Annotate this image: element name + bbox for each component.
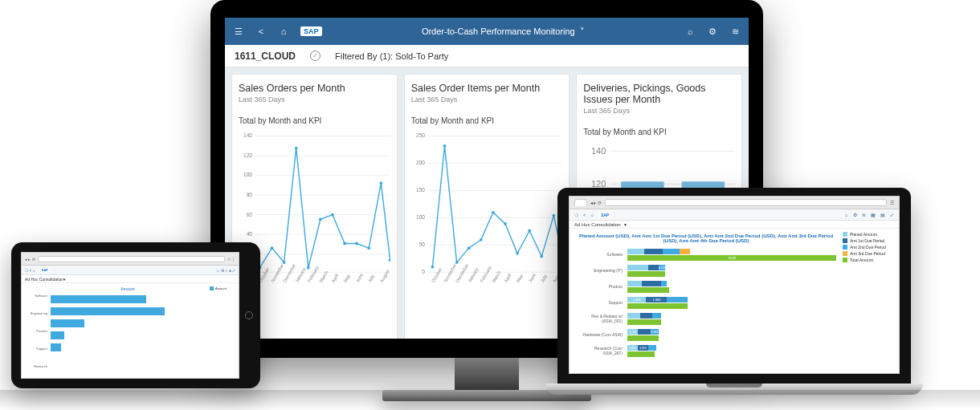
svg-point-54: [455, 261, 458, 264]
filter-bar: 1611_CLOUD ✓ Filtered By (1): Sold-To Pa…: [225, 45, 749, 67]
svg-text:February: February: [479, 265, 492, 283]
card-title: Sales Orders per Month: [239, 83, 390, 94]
card-subtitle: Last 365 Days: [411, 95, 563, 104]
svg-text:May: May: [343, 274, 352, 283]
row-label: Research (Com ASIA_267): [576, 346, 624, 355]
svg-text:April: April: [503, 273, 512, 283]
page-title[interactable]: Order-to-Cash Performance Monitoring: [422, 26, 575, 36]
notifications-icon[interactable]: ≋: [729, 26, 741, 37]
chart-title: Amount: [51, 286, 205, 291]
row-label: Engineering (IT): [576, 268, 624, 273]
chart-title: Planed Amount (USD), Amt Amt 1st Due Per…: [576, 233, 836, 243]
svg-point-27: [389, 258, 390, 262]
svg-text:250: 250: [416, 132, 425, 138]
svg-text:100: 100: [243, 172, 252, 177]
tenant-label: 1611_CLOUD: [235, 51, 296, 62]
row-label: Res & Related w/ (ASIA_001): [576, 314, 624, 323]
svg-text:0: 0: [422, 269, 425, 274]
home-icon[interactable]: ⌂: [278, 26, 289, 36]
svg-text:200: 200: [416, 160, 425, 165]
svg-text:January: January: [294, 267, 306, 284]
svg-point-52: [431, 266, 434, 269]
svg-text:120: 120: [243, 152, 252, 158]
check-icon[interactable]: ✓: [310, 51, 321, 61]
svg-point-22: [331, 213, 334, 217]
filter-summary[interactable]: Filtered By (1): Sold-To Party: [335, 51, 448, 61]
tablet: ◂ ▸ ⟳☆ ⋮ ⚆ < ⌂ SAP ⌕ ⚙ ≋ ▦ ⤢ Ad Hoc Cons…: [11, 242, 260, 388]
breadcrumb: Ad Hoc Consolidation ▾: [22, 275, 239, 283]
browser-chrome: ◂ ▸ ⟳ ☰: [570, 197, 899, 209]
app-toolbar: ⚆ < ⌂ SAP ⌕ ⚙ ≋ ▦ ⤢: [22, 266, 239, 275]
gear-icon[interactable]: ⚙: [853, 212, 857, 217]
sap-logo: SAP: [40, 268, 50, 272]
svg-point-53: [443, 144, 446, 148]
card-subtitle: Last 365 Days: [583, 107, 735, 115]
sap-logo: SAP: [598, 213, 611, 217]
svg-text:100: 100: [416, 214, 425, 220]
svg-point-19: [295, 147, 298, 150]
row-label: Hardware (Com ASIA): [576, 332, 624, 337]
laptop: ◂ ▸ ⟳ ☰ ⚆ <⌂ SAP ⌕ ⚙ ≋▦▤⤢ Ad Hoc Consoli…: [557, 188, 911, 395]
svg-point-18: [283, 261, 286, 264]
horizontal-stacked-chart: Planed Amount (USD), Amt Amt 1st Due Per…: [570, 229, 843, 371]
card-subtitle: Last 365 Days: [239, 95, 390, 104]
svg-text:May: May: [515, 274, 524, 283]
app-header: ☰ < ⌂ SAP Order-to-Cash Performance Moni…: [225, 18, 749, 45]
svg-point-60: [528, 229, 531, 233]
legend: Planed Amount Amt 1st Due Period Amt 2nd…: [843, 229, 899, 371]
sap-logo: SAP: [300, 26, 322, 36]
home-button-icon[interactable]: [245, 311, 253, 319]
svg-text:June: June: [527, 272, 536, 283]
svg-text:40: 40: [247, 231, 253, 237]
card-sales-order-items[interactable]: Sales Order Items per Month Last 365 Day…: [404, 74, 570, 339]
svg-text:July: July: [367, 274, 375, 283]
app-toolbar: ⚆ <⌂ SAP ⌕ ⚙ ≋▦▤⤢: [570, 209, 899, 221]
card-title: Sales Order Items per Month: [411, 83, 563, 94]
svg-text:April: April: [331, 273, 340, 283]
svg-point-26: [379, 181, 382, 185]
chevron-down-icon[interactable]: ˅: [580, 26, 585, 37]
search-icon[interactable]: ⌕: [684, 26, 696, 36]
card-section: Total by Month and KPI: [583, 128, 735, 136]
row-label: Product: [576, 284, 624, 289]
svg-point-55: [467, 246, 470, 250]
tablet-screen: ◂ ▸ ⟳☆ ⋮ ⚆ < ⌂ SAP ⌕ ⚙ ≋ ▦ ⤢ Ad Hoc Cons…: [21, 252, 239, 379]
svg-text:50: 50: [419, 242, 425, 247]
settings-icon[interactable]: ⚙: [707, 26, 718, 37]
browser-tab[interactable]: [574, 199, 587, 206]
address-bar[interactable]: [38, 256, 225, 262]
svg-point-58: [504, 222, 507, 225]
card-section: Total by Month and KPI: [239, 116, 390, 125]
svg-text:August: August: [379, 268, 390, 283]
svg-text:July: July: [539, 274, 547, 283]
svg-point-24: [355, 242, 358, 246]
svg-text:October: October: [431, 267, 443, 283]
y-axis-labels: Software Engineering Product Support Res…: [22, 283, 49, 378]
svg-text:January: January: [467, 267, 479, 284]
person-icon[interactable]: ⚆: [574, 212, 578, 217]
search-icon[interactable]: ⌕: [845, 213, 848, 217]
legend: Amount: [208, 283, 239, 378]
back-icon[interactable]: <: [255, 26, 267, 36]
line-chart-1: 140120100 806040 200: [239, 130, 390, 289]
person-icon[interactable]: ☰: [233, 26, 244, 37]
address-bar[interactable]: [605, 199, 887, 206]
svg-point-23: [343, 242, 346, 246]
breadcrumb: Ad Hoc Consolidation▾: [570, 221, 899, 229]
svg-text:120: 120: [591, 179, 606, 189]
horizontal-bar-chart: Amount: [49, 283, 208, 378]
browser-chrome: ◂ ▸ ⟳☆ ⋮: [22, 253, 239, 266]
svg-text:80: 80: [247, 192, 253, 197]
card-title: Deliveries, Pickings, Goods Issues per M…: [583, 83, 735, 105]
svg-point-21: [319, 217, 322, 221]
svg-text:140: 140: [243, 132, 252, 138]
svg-point-61: [540, 255, 543, 258]
svg-point-25: [367, 246, 370, 250]
svg-text:150: 150: [416, 187, 425, 193]
row-label: Support: [576, 300, 624, 305]
card-section: Total by Month and KPI: [411, 116, 563, 125]
svg-text:June: June: [355, 272, 364, 283]
row-label: Software: [576, 252, 624, 257]
svg-point-57: [492, 211, 495, 214]
svg-point-62: [552, 214, 555, 217]
